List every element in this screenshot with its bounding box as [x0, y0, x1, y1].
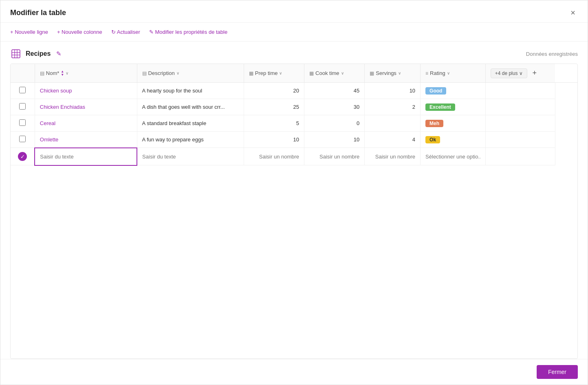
col-desc-chevron[interactable]: ∨ — [176, 71, 179, 75]
row-extra — [485, 99, 555, 115]
col-desc-label: Description — [148, 70, 175, 76]
row-extra — [485, 83, 555, 99]
row-cook-time[interactable]: 0 — [304, 115, 365, 132]
col-desc-icon: ▤ — [142, 70, 147, 76]
row-nom[interactable]: Cereal — [35, 115, 137, 132]
new-row-extra — [485, 148, 555, 165]
row-extra — [485, 132, 555, 148]
rating-badge: Ok — [425, 136, 440, 143]
row-servings[interactable]: 10 — [365, 83, 421, 99]
row-prep-time[interactable]: 25 — [244, 99, 304, 115]
data-table-container[interactable]: ▤ Nom* ▲ ▼ ∨ ▤ — [10, 64, 578, 359]
table-edit-icon[interactable]: ✎ — [56, 50, 62, 57]
new-row-rating-input[interactable] — [425, 154, 480, 160]
row-rating[interactable]: Good — [421, 83, 486, 99]
col-cook-label: Cook time — [315, 70, 339, 76]
new-row-rating-cell[interactable] — [421, 148, 486, 165]
row-extra — [485, 115, 555, 132]
col-cook-icon: ▦ — [309, 70, 314, 76]
col-prep-time[interactable]: ▦ Prep time ∨ — [244, 64, 304, 83]
refresh-button[interactable]: ↻ Actualiser — [111, 27, 146, 37]
new-col-button[interactable]: + Nouvelle colonne — [57, 27, 108, 37]
col-rating-chevron[interactable]: ∨ — [447, 71, 450, 75]
row-description[interactable]: A hearty soup for the soul — [137, 83, 244, 99]
new-row-nom-input[interactable] — [40, 154, 132, 160]
new-row-prep-cell[interactable] — [244, 148, 304, 165]
col-nom[interactable]: ▤ Nom* ▲ ▼ ∨ — [35, 64, 137, 83]
table-row: Cereal A standard breakfast staple 5 0 M… — [11, 115, 577, 132]
new-row-button[interactable]: + Nouvelle ligne — [10, 27, 54, 37]
table-row: Chicken Enchiadas A dish that goes well … — [11, 99, 577, 115]
row-prep-time[interactable]: 20 — [244, 83, 304, 99]
col-nom-label: Nom* — [46, 70, 59, 76]
col-nom-chevron[interactable]: ∨ — [66, 71, 68, 75]
edit-props-button[interactable]: ✎ Modifier les propriétés de table — [149, 27, 233, 37]
new-row-servings-input[interactable] — [370, 154, 415, 160]
dialog-title: Modifier la table — [10, 9, 66, 17]
col-checkbox — [11, 64, 35, 83]
col-servings-chevron[interactable]: ∨ — [398, 71, 401, 75]
fermer-button[interactable]: Fermer — [537, 365, 578, 379]
modal-dialog: Modifier la table × + Nouvelle ligne + N… — [0, 0, 588, 385]
more-cols-button[interactable]: +4 de plus ∨ — [491, 68, 528, 78]
col-rating-label: Rating — [430, 70, 445, 76]
new-row-desc-input[interactable] — [142, 154, 239, 160]
row-checkbox[interactable] — [11, 115, 35, 132]
row-nom[interactable]: Chicken soup — [35, 83, 137, 99]
rating-badge: Meh — [425, 120, 443, 127]
col-prep-chevron[interactable]: ∨ — [279, 71, 282, 75]
col-prep-label: Prep time — [255, 70, 278, 76]
col-rating[interactable]: ≡ Rating ∨ — [421, 64, 486, 83]
row-nom[interactable]: Chicken Enchiadas — [35, 99, 137, 115]
new-row: ✓ — [11, 148, 577, 165]
col-servings[interactable]: ▦ Servings ∨ — [365, 64, 421, 83]
table-title: Recipes — [26, 50, 51, 57]
new-row-nom-cell[interactable] — [35, 148, 137, 165]
col-cook-time[interactable]: ▦ Cook time ∨ — [304, 64, 365, 83]
content-area: Recipes ✎ Données enregistrées — [0, 42, 588, 359]
col-cook-chevron[interactable]: ∨ — [341, 71, 344, 75]
dialog-footer: Fermer — [0, 359, 588, 385]
row-checkbox[interactable] — [11, 83, 35, 99]
row-servings[interactable] — [365, 115, 421, 132]
col-description[interactable]: ▤ Description ∨ — [137, 64, 244, 83]
row-description[interactable]: A fun way to prepare eggs — [137, 132, 244, 148]
col-rating-icon: ≡ — [425, 70, 428, 76]
row-rating[interactable]: Meh — [421, 115, 486, 132]
table-row: Chicken soup A hearty soup for the soul … — [11, 83, 577, 99]
row-rating[interactable]: Excellent — [421, 99, 486, 115]
new-row-servings-cell[interactable] — [365, 148, 421, 165]
more-cols-label: +4 de plus — [495, 70, 518, 76]
toolbar: + Nouvelle ligne + Nouvelle colonne ↻ Ac… — [0, 23, 588, 42]
row-rating[interactable]: Ok — [421, 132, 486, 148]
data-table: ▤ Nom* ▲ ▼ ∨ ▤ — [11, 64, 577, 166]
confirm-icon[interactable]: ✓ — [18, 152, 27, 161]
new-row-desc-cell[interactable] — [137, 148, 244, 165]
row-prep-time[interactable]: 5 — [244, 115, 304, 132]
close-button[interactable]: × — [568, 8, 578, 18]
row-servings[interactable]: 4 — [365, 132, 421, 148]
row-description[interactable]: A standard breakfast staple — [137, 115, 244, 132]
dialog-header: Modifier la table × — [0, 0, 588, 23]
new-row-prep-input[interactable] — [249, 154, 299, 160]
col-servings-label: Servings — [376, 70, 396, 76]
new-row-checkbox: ✓ — [11, 148, 35, 165]
row-prep-time[interactable]: 10 — [244, 132, 304, 148]
new-row-cook-input[interactable] — [309, 154, 359, 160]
col-servings-icon: ▦ — [370, 70, 374, 76]
row-cook-time[interactable]: 10 — [304, 132, 365, 148]
row-cook-time[interactable]: 45 — [304, 83, 365, 99]
table-icon — [10, 48, 22, 59]
row-description[interactable]: A dish that goes well with sour crr... — [137, 99, 244, 115]
row-checkbox[interactable] — [11, 99, 35, 115]
col-nom-sort[interactable]: ▲ ▼ — [61, 70, 64, 77]
row-nom[interactable]: Omlette — [35, 132, 137, 148]
table-header-row: Recipes ✎ Données enregistrées — [10, 42, 578, 64]
table-row: Omlette A fun way to prepare eggs 10 10 … — [11, 132, 577, 148]
row-servings[interactable]: 2 — [365, 99, 421, 115]
row-checkbox[interactable] — [11, 132, 35, 148]
row-cook-time[interactable]: 30 — [304, 99, 365, 115]
rating-badge: Good — [425, 87, 446, 95]
add-col-button[interactable]: + — [530, 68, 539, 78]
new-row-cook-cell[interactable] — [304, 148, 365, 165]
